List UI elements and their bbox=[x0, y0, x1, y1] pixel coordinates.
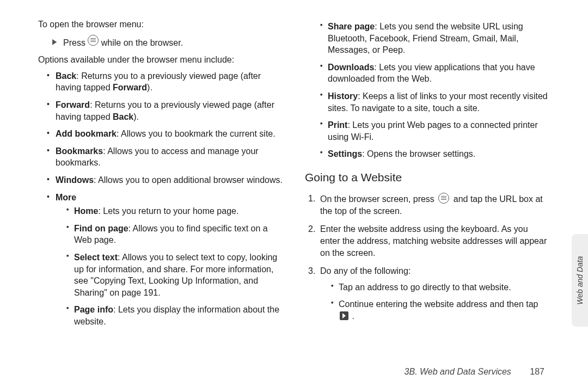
footer-section: 3B. Web and Data Services bbox=[405, 367, 511, 376]
item-add-bookmark: Add bookmark: Allows you to bookmark the… bbox=[48, 128, 283, 140]
step-1: 1. On the browser screen, press and tap … bbox=[308, 193, 550, 217]
item-bookmarks: Bookmarks: Allows you to access and mana… bbox=[48, 145, 283, 169]
label: Bookmarks bbox=[56, 146, 103, 156]
subitem-downloads: Downloads: Lets you view applications th… bbox=[320, 62, 550, 85]
more-submenu: Home: Lets you return to your home page.… bbox=[56, 205, 283, 327]
step-3a: Tap an address to go directly to that we… bbox=[331, 281, 550, 293]
step-2: 2. Enter the website address using the k… bbox=[308, 223, 550, 259]
right-column: Share page: Lets you send the website UR… bbox=[305, 19, 550, 333]
step-3: 3. Do any of the following: Tap an addre… bbox=[308, 265, 550, 322]
subitem-page-info: Page info: Lets you display the informat… bbox=[66, 304, 283, 327]
subitem-find-on-page: Find on page: Allows you to find specifi… bbox=[66, 223, 283, 246]
subitem-share-page: Share page: Lets you send the website UR… bbox=[320, 21, 550, 56]
item-windows: Windows: Allows you to open additional b… bbox=[48, 174, 283, 186]
press-suffix: while on the browser. bbox=[101, 38, 183, 47]
subitem-select-text: Select text: Allows you to select text t… bbox=[66, 252, 283, 298]
subitem-print: Print: Lets you print Web pages to a con… bbox=[320, 119, 550, 143]
step-3b: Continue entering the website address an… bbox=[331, 298, 550, 322]
going-to-website-steps: 1. On the browser screen, press and tap … bbox=[305, 193, 550, 322]
side-tab-label: Web and Data bbox=[575, 256, 584, 304]
intro-text: To open the browser menu: bbox=[38, 19, 283, 30]
manual-page: To open the browser menu: ▶ Press while … bbox=[0, 0, 588, 333]
subitem-history: History: Keeps a list of links to your m… bbox=[320, 90, 550, 114]
item-more: More Home: Lets you return to your home … bbox=[48, 192, 283, 328]
options-intro: Options available under the browser menu… bbox=[38, 54, 283, 66]
menu-icon bbox=[438, 193, 449, 204]
label: More bbox=[56, 193, 76, 202]
page-footer: 3B. Web and Data Services 187 bbox=[405, 367, 544, 377]
triangle-bullet-icon: ▶ bbox=[52, 36, 57, 47]
label: Forward bbox=[56, 100, 90, 109]
item-forward: Forward: Returns you to a previously vie… bbox=[48, 99, 283, 122]
label: Windows bbox=[56, 175, 94, 185]
press-instruction: ▶ Press while on the browser. bbox=[38, 35, 283, 49]
side-tab: Web and Data bbox=[572, 234, 588, 327]
label: Back bbox=[56, 71, 76, 81]
browser-menu-list: Back: Returns you to a previously viewed… bbox=[38, 70, 283, 328]
item-back: Back: Returns you to a previously viewed… bbox=[48, 70, 283, 94]
go-arrow-icon bbox=[340, 311, 348, 320]
subitem-home: Home: Lets you return to your home page. bbox=[66, 205, 283, 217]
subitem-settings: Settings: Opens the browser settings. bbox=[320, 148, 550, 160]
page-number: 187 bbox=[530, 367, 544, 376]
press-prefix: Press bbox=[63, 38, 88, 47]
more-submenu-continued: Share page: Lets you send the website UR… bbox=[305, 21, 550, 160]
step-3-options: Tap an address to go directly to that we… bbox=[320, 281, 550, 322]
left-column: To open the browser menu: ▶ Press while … bbox=[38, 19, 283, 333]
menu-icon bbox=[88, 35, 99, 46]
label: Add bookmark bbox=[56, 129, 117, 138]
section-heading-going-to-website: Going to a Website bbox=[305, 170, 550, 185]
